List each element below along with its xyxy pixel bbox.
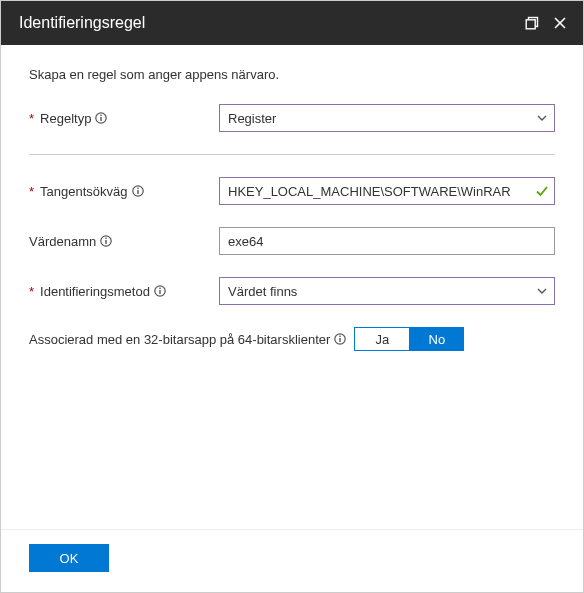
svg-rect-1: [526, 20, 535, 29]
value-name-label-text: Värdenamn: [29, 234, 96, 249]
rule-type-select[interactable]: Register: [219, 104, 555, 132]
panel-content: Skapa en regel som anger appens närvaro.…: [1, 45, 583, 529]
required-mark: *: [29, 184, 34, 199]
label-key-path: * Tangentsökväg: [29, 184, 219, 199]
label-detection-method: * Identifieringsmetod: [29, 284, 219, 299]
svg-rect-5: [101, 117, 102, 121]
chevron-down-icon: [536, 285, 548, 297]
info-icon[interactable]: [95, 112, 107, 124]
panel-header: Identifieringsregel: [1, 1, 583, 45]
chevron-down-icon: [536, 112, 548, 124]
ok-button[interactable]: OK: [29, 544, 109, 572]
svg-rect-8: [137, 190, 138, 194]
svg-rect-11: [106, 240, 107, 244]
header-controls: [521, 12, 571, 34]
info-icon[interactable]: [154, 285, 166, 297]
key-path-label-text: Tangentsökväg: [40, 184, 127, 199]
row-detection-method: * Identifieringsmetod Värdet finns: [29, 277, 555, 305]
valid-check-icon: [535, 184, 549, 198]
row-associated-32bit: Associerad med en 32-bitarsapp på 64-bit…: [29, 327, 555, 351]
svg-rect-14: [159, 290, 160, 294]
row-rule-type: * Regeltyp Register: [29, 104, 555, 132]
detection-method-label-text: Identifieringsmetod: [40, 284, 150, 299]
label-value-name: Värdenamn: [29, 234, 219, 249]
info-icon[interactable]: [132, 185, 144, 197]
info-icon[interactable]: [334, 333, 346, 345]
svg-rect-17: [340, 338, 341, 342]
row-key-path: * Tangentsökväg: [29, 177, 555, 205]
panel-footer: OK: [1, 529, 583, 592]
required-mark: *: [29, 284, 34, 299]
svg-rect-6: [101, 115, 102, 116]
toggle-option-yes[interactable]: Ja: [354, 327, 409, 351]
panel-title: Identifieringsregel: [19, 14, 145, 32]
key-path-input[interactable]: [219, 177, 555, 205]
close-icon: [553, 16, 567, 30]
value-name-input[interactable]: [219, 227, 555, 255]
close-button[interactable]: [549, 12, 571, 34]
restore-icon: [525, 16, 539, 30]
svg-rect-15: [159, 288, 160, 289]
detection-rule-panel: Identifieringsregel Skapa en regel som a…: [0, 0, 584, 593]
associated-32bit-toggle: Ja No: [354, 327, 464, 351]
restore-button[interactable]: [521, 12, 543, 34]
toggle-option-no[interactable]: No: [409, 327, 464, 351]
row-value-name: Värdenamn: [29, 227, 555, 255]
section-divider: [29, 154, 555, 155]
detection-method-select[interactable]: Värdet finns: [219, 277, 555, 305]
info-icon[interactable]: [100, 235, 112, 247]
associated-32bit-label-text: Associerad med en 32-bitarsapp på 64-bit…: [29, 332, 330, 347]
required-mark: *: [29, 111, 34, 126]
rule-type-label-text: Regeltyp: [40, 111, 91, 126]
form-description: Skapa en regel som anger appens närvaro.: [29, 67, 555, 82]
svg-rect-9: [137, 188, 138, 189]
svg-rect-12: [106, 238, 107, 239]
rule-type-value: Register: [228, 111, 276, 126]
label-associated-32bit: Associerad med en 32-bitarsapp på 64-bit…: [29, 332, 346, 347]
svg-rect-18: [340, 336, 341, 337]
label-rule-type: * Regeltyp: [29, 111, 219, 126]
detection-method-value: Värdet finns: [228, 284, 297, 299]
